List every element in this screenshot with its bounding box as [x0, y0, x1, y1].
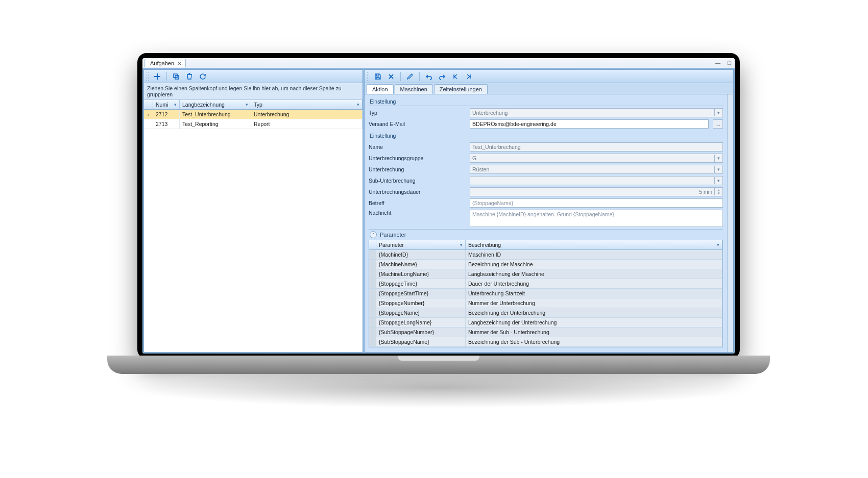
- app-tab-label: Aufgaben: [150, 60, 174, 66]
- table-row[interactable]: ›2712Test_UnterbrechungUnterbrechung: [144, 110, 363, 119]
- cell-parameter: {StoppageLongName}: [376, 318, 466, 327]
- betreff-field[interactable]: [470, 198, 723, 208]
- spinner-icon[interactable]: ▴▾: [714, 188, 722, 195]
- parameter-row[interactable]: {SubStoppageNumber}Nummer der Sub - Unte…: [369, 328, 722, 337]
- column-selector[interactable]: [144, 100, 153, 109]
- cell-parameter: {MachineID}: [376, 250, 466, 259]
- save-button[interactable]: [373, 71, 383, 82]
- column-langbezeichnung-label: Langbezeichnung: [182, 102, 225, 108]
- gruppe-combo[interactable]: G ▾: [470, 154, 723, 163]
- row-handle[interactable]: [369, 260, 376, 269]
- betreff-label: Betreff: [369, 200, 466, 206]
- nav-last-button[interactable]: [464, 71, 474, 82]
- sub-combo[interactable]: ▾: [470, 176, 723, 185]
- parameter-column-handle: [369, 240, 376, 249]
- delete-button[interactable]: [184, 71, 195, 82]
- chevron-down-icon[interactable]: ▾: [714, 177, 722, 184]
- close-icon[interactable]: ✕: [177, 61, 181, 66]
- row-handle[interactable]: [369, 318, 376, 327]
- email-field[interactable]: [470, 119, 709, 129]
- tab-zeiteinstellungen[interactable]: Zeiteinstellungen: [434, 84, 488, 94]
- parameter-row[interactable]: {StoppageNumber}Nummer der Unterbrechung: [369, 298, 722, 308]
- typ-combo[interactable]: Unterbrechung ▾: [470, 108, 723, 117]
- parameter-column-beschreibung[interactable]: Beschreibung ▾: [466, 240, 722, 249]
- cell-beschreibung: Dauer der Unterbrechung: [466, 279, 722, 288]
- filter-icon[interactable]: ▾: [717, 242, 719, 247]
- row-handle[interactable]: [369, 337, 376, 346]
- parameter-row[interactable]: {MachineID}Maschinen ID: [369, 250, 722, 260]
- filter-icon[interactable]: ▾: [460, 242, 463, 247]
- right-panel: Aktion Maschinen Zeiteinstellungen Einst…: [364, 69, 734, 353]
- maximize-button[interactable]: ☐: [724, 59, 735, 67]
- gruppe-value: G: [472, 155, 476, 161]
- parameter-row[interactable]: {StoppageTime}Dauer der Unterbrechung: [369, 279, 722, 289]
- parameter-row[interactable]: {StoppageName}Bezeichnung der Unterbrech…: [369, 308, 722, 318]
- row-handle[interactable]: [369, 269, 376, 279]
- group-einstellung-2: Einstellung: [369, 131, 723, 140]
- tab-maschinen[interactable]: Maschinen: [395, 84, 433, 94]
- chevron-down-icon[interactable]: ▾: [714, 155, 722, 162]
- add-button[interactable]: [152, 71, 162, 82]
- filter-icon[interactable]: ▾: [174, 102, 177, 107]
- row-selector[interactable]: [144, 119, 153, 129]
- row-handle[interactable]: [369, 328, 376, 337]
- parameter-column-parameter-label: Parameter: [379, 242, 404, 248]
- dauer-spinner[interactable]: 5 min ▴▾: [470, 187, 723, 196]
- row-handle[interactable]: [369, 298, 376, 308]
- tab-aktion[interactable]: Aktion: [367, 84, 394, 94]
- column-typ-label: Typ: [254, 102, 262, 108]
- email-browse-button[interactable]: …: [713, 119, 723, 129]
- cell-parameter: {StoppageStartTime}: [376, 289, 466, 298]
- cell-parameter: {MachineName}: [376, 260, 466, 269]
- unterbrechung-combo[interactable]: Rüsten ▾: [470, 165, 723, 174]
- grid-header: Numi ▾ Langbezeichnung ▾ Typ ▾: [144, 100, 363, 110]
- typ-label: Typ: [369, 110, 466, 116]
- grid-body[interactable]: ›2712Test_UnterbrechungUnterbrechung2713…: [144, 110, 363, 352]
- parameter-column-beschreibung-label: Beschreibung: [468, 242, 501, 248]
- copy-button[interactable]: [171, 71, 181, 82]
- filter-icon[interactable]: ▾: [246, 102, 248, 107]
- row-handle[interactable]: [369, 289, 376, 298]
- row-selector[interactable]: ›: [144, 110, 153, 119]
- cell-typ: Report: [251, 119, 363, 129]
- parameter-row[interactable]: {StoppageLongName}Langbezeichnung der Un…: [369, 318, 722, 328]
- collapse-icon[interactable]: ⌃: [370, 231, 377, 238]
- cell-beschreibung: Bezeichnung der Unterbrechung: [466, 308, 722, 317]
- parameter-row[interactable]: {MachineLongName}Langbezeichnung der Mas…: [369, 269, 722, 279]
- nav-first-button[interactable]: [450, 71, 461, 82]
- minimize-button[interactable]: —: [712, 59, 724, 67]
- parameter-grid-body[interactable]: {MachineID}Maschinen ID{MachineName}Beze…: [369, 250, 722, 347]
- separator: [419, 72, 420, 81]
- toolbar-grip-icon: [146, 72, 149, 81]
- row-handle[interactable]: [369, 250, 376, 259]
- undo-button[interactable]: [424, 71, 434, 82]
- cell-typ: Unterbrechung: [251, 110, 363, 119]
- table-row[interactable]: 2713Test_ReportingReport: [144, 119, 363, 129]
- column-nummer[interactable]: Numi ▾: [153, 100, 180, 109]
- column-typ[interactable]: Typ ▾: [251, 100, 363, 109]
- edit-button[interactable]: [405, 71, 415, 82]
- refresh-button[interactable]: [198, 71, 208, 82]
- parameter-row[interactable]: {SubStoppageName}Bezeichnung der Sub - U…: [369, 337, 722, 347]
- parameter-column-parameter[interactable]: Parameter ▾: [376, 240, 466, 249]
- separator: [400, 72, 401, 81]
- row-handle[interactable]: [369, 308, 376, 317]
- filter-icon[interactable]: ▾: [357, 102, 359, 107]
- delete-button[interactable]: [386, 71, 396, 82]
- cell-parameter: {SubStoppageName}: [376, 337, 466, 346]
- column-langbezeichnung[interactable]: Langbezeichnung ▾: [180, 100, 251, 109]
- name-field[interactable]: [470, 142, 723, 152]
- scrollbar[interactable]: [727, 94, 733, 352]
- nachricht-field[interactable]: [470, 210, 723, 227]
- row-handle[interactable]: [369, 279, 376, 288]
- chevron-down-icon[interactable]: ▾: [714, 166, 722, 173]
- parameter-row[interactable]: {StoppageStartTime}Unterbrechung Startze…: [369, 289, 722, 298]
- redo-button[interactable]: [437, 71, 447, 82]
- group-by-hint[interactable]: Ziehen Sie einen Spaltenkopf und legen S…: [144, 83, 363, 100]
- app-tab-aufgaben[interactable]: Aufgaben ✕: [144, 59, 186, 67]
- parameter-row[interactable]: {MachineName}Bezeichnung der Maschine: [369, 260, 722, 269]
- parameter-section-title: Parameter: [380, 232, 406, 238]
- chevron-down-icon[interactable]: ▾: [714, 109, 722, 116]
- cell-parameter: {SubStoppageNumber}: [376, 328, 466, 337]
- separator: [166, 72, 167, 81]
